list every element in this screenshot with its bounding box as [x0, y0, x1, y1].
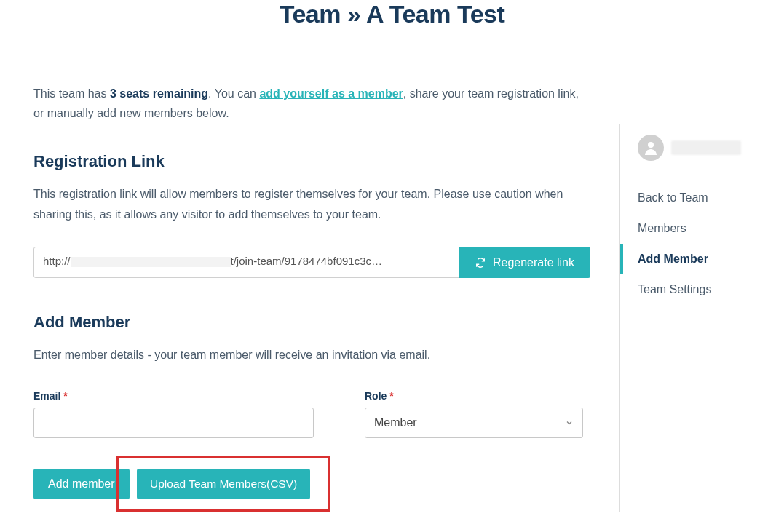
seats-remaining: 3 seats remaining: [110, 87, 208, 100]
avatar: [638, 135, 664, 161]
upload-highlight-box: Upload Team Members(CSV): [116, 456, 330, 512]
regenerate-link-button[interactable]: Regenerate link: [459, 247, 590, 278]
add-member-button[interactable]: Add member: [33, 469, 130, 499]
sidebar-nav: Back to Team Members Add Member Team Set…: [620, 183, 751, 305]
intro-text: This team has 3 seats remaining. You can…: [33, 84, 590, 123]
sidebar: Back to Team Members Add Member Team Set…: [619, 124, 751, 512]
intro-prefix: This team has: [33, 87, 110, 100]
registration-link-input[interactable]: http://t/join-team/9178474bf091c3c…: [33, 247, 459, 278]
registration-desc: This registration link will allow member…: [33, 184, 590, 225]
upload-csv-button[interactable]: Upload Team Members(CSV): [137, 469, 310, 499]
role-value: Member: [374, 416, 417, 429]
intro-mid: . You can: [208, 87, 259, 100]
add-member-form: Email * Role * Member: [33, 390, 590, 438]
email-field[interactable]: [33, 408, 314, 438]
sidebar-item-team-settings[interactable]: Team Settings: [620, 274, 751, 305]
sidebar-item-members[interactable]: Members: [620, 213, 751, 244]
add-member-heading: Add Member: [33, 313, 590, 332]
required-asterisk: *: [389, 390, 393, 402]
url-prefix: http://: [43, 255, 71, 267]
regenerate-label: Regenerate link: [493, 256, 574, 269]
sidebar-user[interactable]: [620, 135, 751, 175]
email-label: Email *: [33, 390, 314, 402]
username-redacted: [671, 140, 741, 155]
url-redacted: [71, 257, 231, 267]
refresh-icon: [475, 258, 486, 268]
registration-link-row: http://t/join-team/9178474bf091c3c… Rege…: [33, 247, 590, 278]
role-label: Role *: [365, 390, 583, 402]
sidebar-item-add-member[interactable]: Add Member: [620, 244, 751, 274]
user-icon: [642, 139, 660, 156]
add-member-desc: Enter member details - your team member …: [33, 345, 590, 365]
add-yourself-link[interactable]: add yourself as a member: [259, 87, 403, 100]
url-suffix: t/join-team/9178474bf091c3c…: [231, 255, 382, 267]
svg-point-0: [648, 142, 654, 148]
main-content: This team has 3 seats remaining. You can…: [33, 72, 619, 512]
required-asterisk: *: [63, 390, 67, 402]
chevron-down-icon: [565, 418, 574, 427]
sidebar-item-back-to-team[interactable]: Back to Team: [620, 183, 751, 213]
role-label-text: Role: [365, 390, 387, 402]
email-label-text: Email: [33, 390, 60, 402]
registration-heading: Registration Link: [33, 152, 590, 171]
page-title: Team » A Team Test: [0, 0, 784, 28]
role-select[interactable]: Member: [365, 408, 583, 438]
